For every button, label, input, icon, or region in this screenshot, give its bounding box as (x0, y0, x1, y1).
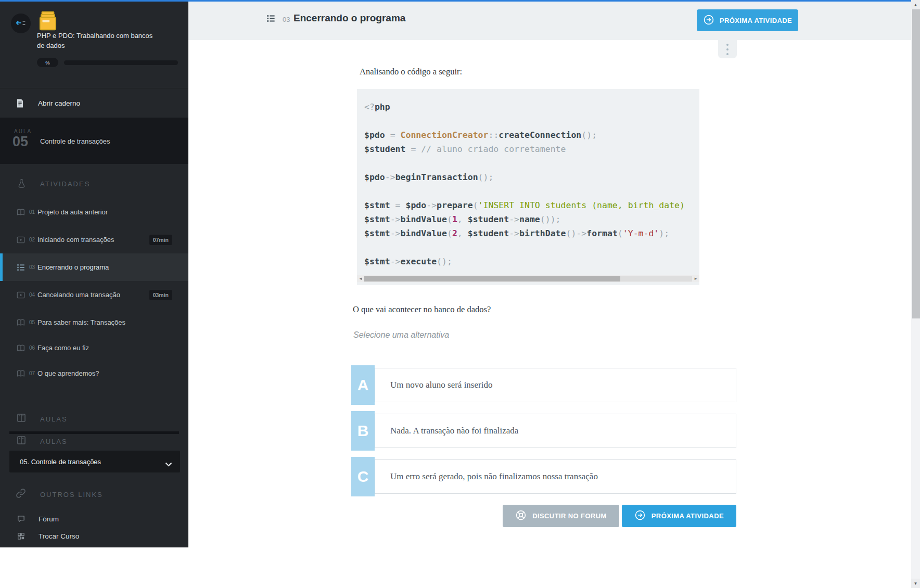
activities-section-header: ATIVIDADES (0, 177, 188, 191)
course-sidebar: PHP e PDO: Trabalhando com bancos de dad… (0, 0, 188, 547)
course-title: PHP e PDO: Trabalhando com bancos de dad… (37, 31, 159, 50)
code-line: $stmt = $pdo->prepare('INSERT INTO stude… (364, 198, 696, 212)
scroll-left-button[interactable]: ◂ (357, 275, 364, 282)
footer-buttons: DISCUTIR NO FORUM PRÓXIMA ATIVIDADE (351, 505, 736, 527)
next-activity-label: PRÓXIMA ATIVIDADE (720, 17, 792, 24)
open-notebook-button[interactable]: Abrir caderno (0, 88, 188, 118)
sidebar-activity-03[interactable]: 03Encerrando o programa (0, 253, 188, 281)
back-arrow-icon (15, 19, 27, 29)
collapse-sidebar-button[interactable] (11, 14, 31, 33)
grid-icon (17, 532, 25, 541)
sidebar-activity-06[interactable]: 06Faça como eu fiz (0, 334, 188, 362)
more-options-button[interactable] (718, 40, 737, 58)
activity-label: Iniciando com transações (37, 236, 114, 244)
activity-number: 02 (29, 237, 35, 242)
video-icon (16, 235, 25, 245)
vertical-scroll-thumb[interactable] (912, 9, 920, 318)
code-lines: <?php$pdo = ConnectionCreator::createCon… (364, 100, 699, 269)
book-icon (16, 369, 25, 378)
code-line: $stmt->bindValue(1, $student->name()); (364, 212, 696, 226)
activities-header-label: ATIVIDADES (40, 180, 90, 188)
list-icon (266, 14, 276, 23)
alternative-B[interactable]: BNada. A transação não foi finalizada (351, 411, 736, 451)
next-activity-button-top[interactable]: PRÓXIMA ATIVIDADE (697, 9, 798, 31)
other-links-header-label: OUTROS LINKS (40, 491, 103, 498)
horizontal-scroll-track[interactable] (620, 276, 692, 282)
sidebar-activity-05[interactable]: 05Para saber mais: Transações (0, 309, 188, 336)
alternative-A[interactable]: AUm novo aluno será inserido (351, 365, 736, 405)
arrow-circle-icon (703, 14, 714, 27)
scroll-right-button[interactable]: ▸ (692, 275, 699, 282)
alternative-letter: B (351, 411, 375, 451)
divider (9, 431, 179, 434)
sidebar-link-fórum[interactable]: Fórum (0, 511, 188, 527)
arrow-circle-icon (634, 509, 646, 522)
activity-label: Projeto da aula anterior (37, 208, 108, 216)
horizontal-scroll-thumb[interactable] (364, 276, 620, 282)
link-icon (15, 488, 27, 499)
activity-title: Encerrando o programa (293, 12, 405, 24)
link-label: Trocar Curso (39, 532, 79, 540)
alternative-text: Um novo aluno será inserido (375, 368, 736, 402)
lesson-select-dropdown[interactable]: 05. Controle de transações (9, 451, 180, 472)
activity-label: O que aprendemos? (37, 369, 99, 377)
activity-label: Para saber mais: Transações (37, 318, 125, 326)
course-progress-bar (64, 60, 178, 65)
video-icon (16, 290, 25, 300)
alternative-text: Um erro será gerado, pois não finalizamo… (375, 459, 736, 494)
code-line: $stmt->bindValue(2, $student->birthDate(… (364, 226, 696, 240)
book-icon (16, 318, 25, 327)
discuss-forum-label: DISCUTIR NO FORUM (532, 512, 607, 520)
scroll-down-button[interactable]: ▼ (911, 579, 920, 588)
progress-percent-badge: % (37, 58, 58, 67)
sidebar-activity-01[interactable]: 01Projeto da aula anterior (0, 198, 188, 226)
sidebar-link-trocar-curso[interactable]: Trocar Curso (0, 528, 188, 544)
other-links-section-header: OUTROS LINKS (0, 488, 188, 502)
sidebar-activity-04[interactable]: 04Cancelando uma transação03min (0, 281, 188, 309)
activity-number: 04 (29, 292, 35, 298)
duration-badge: 03min (149, 290, 172, 300)
code-line (364, 156, 696, 170)
lesson-select-value: 05. Controle de transações (20, 458, 101, 466)
flask-icon (17, 178, 27, 189)
activity-number: 06 (29, 345, 35, 351)
open-notebook-label: Abrir caderno (38, 99, 80, 107)
activity-label: Cancelando uma transação (37, 291, 120, 299)
list-icon (16, 263, 25, 272)
course-logo-icon (37, 11, 59, 31)
code-block: <?php$pdo = ConnectionCreator::createCon… (357, 89, 699, 285)
aulas-book-icon (16, 413, 27, 423)
book-icon (16, 208, 25, 217)
current-lesson-banner: AULA 05 Controle de transações (0, 118, 188, 164)
lesson-number: 05 (12, 134, 28, 150)
kebab-dot (726, 44, 729, 46)
next-activity-label: PRÓXIMA ATIVIDADE (651, 512, 724, 520)
sidebar-activity-02[interactable]: 02Iniciando com transações07min (0, 226, 188, 253)
link-label: Fórum (39, 515, 59, 523)
kebab-dot (726, 53, 729, 55)
top-accent-line (0, 0, 911, 2)
code-line (364, 184, 696, 198)
scroll-up-button[interactable]: ▲ (911, 0, 920, 9)
activity-number: 03 (29, 264, 35, 270)
kebab-dot (726, 48, 729, 50)
duration-badge: 07min (149, 235, 172, 245)
notebook-icon (15, 98, 25, 108)
activity-label: Encerrando o programa (37, 263, 109, 271)
lesson-title: Controle de transações (40, 137, 110, 145)
code-line: $pdo->beginTransaction(); (364, 170, 696, 184)
activity-number: 01 (29, 209, 35, 215)
discuss-forum-button[interactable]: DISCUTIR NO FORUM (503, 505, 619, 527)
alternative-C[interactable]: CUm erro será gerado, pois não finalizam… (351, 457, 736, 496)
book-icon (16, 343, 25, 353)
activity-number: 05 (29, 319, 35, 325)
alternative-letter: A (351, 365, 375, 405)
code-line: <?php (364, 100, 696, 114)
alternative-text: Nada. A transação não foi finalizada (375, 414, 736, 448)
next-activity-button-bottom[interactable]: PRÓXIMA ATIVIDADE (622, 505, 736, 527)
activity-label: Faça como eu fiz (37, 344, 89, 352)
question-content: Analisando o código a seguir: <?php$pdo … (353, 40, 738, 527)
sidebar-activity-07[interactable]: 07O que aprendemos? (0, 360, 188, 387)
code-line (364, 114, 696, 128)
code-line: $student = // aluno criado corretamente (364, 142, 696, 156)
